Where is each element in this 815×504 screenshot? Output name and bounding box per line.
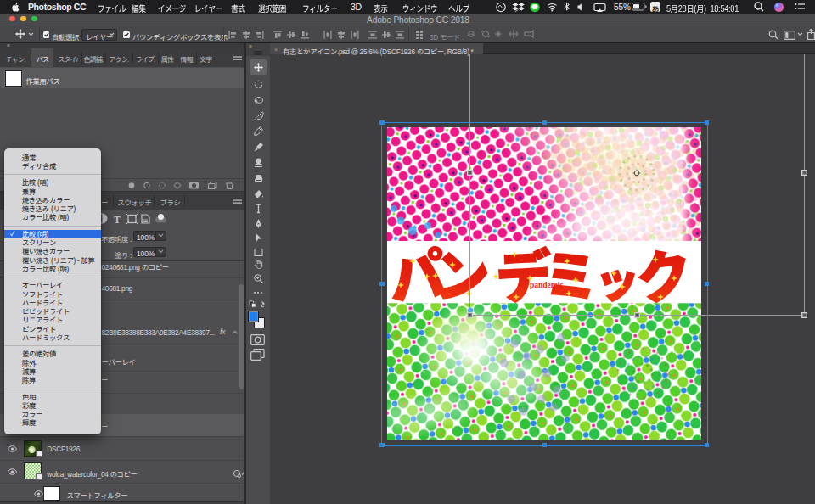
svg-text:T: T [114,214,121,226]
